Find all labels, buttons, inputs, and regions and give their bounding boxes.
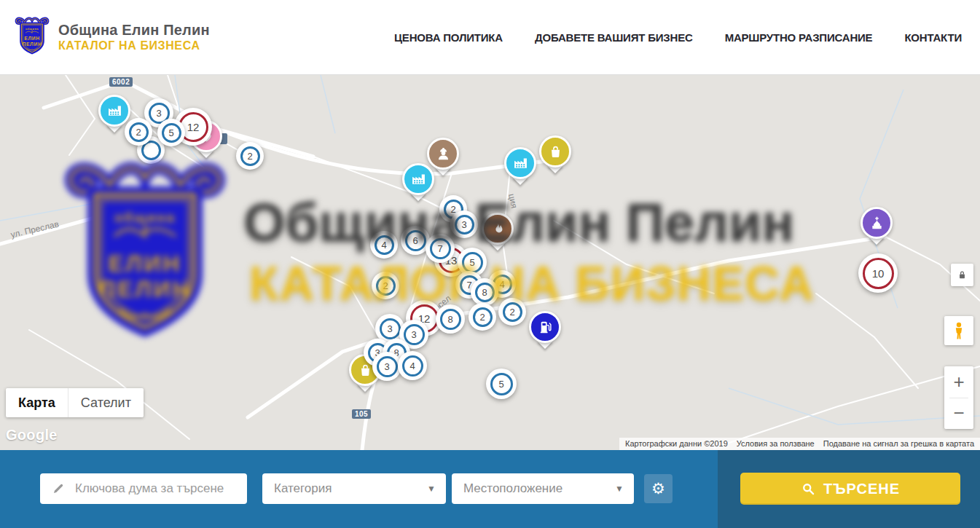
cluster-marker[interactable]: 2 [236, 142, 264, 170]
cluster-ring: 2 [473, 307, 493, 327]
location-select-label: Местоположение [463, 481, 562, 496]
header: Община Елин Пелин КАТАЛОГ НА БИЗНЕСА ЦЕН… [0, 0, 980, 75]
cluster-count: 6 [412, 235, 418, 246]
cluster-count: 5 [469, 257, 474, 268]
cluster-count: 7 [437, 243, 442, 254]
gear-icon: ⚙ [651, 480, 665, 497]
cluster-count: 4 [381, 240, 386, 251]
flame-pin[interactable] [482, 213, 514, 245]
cluster-count: 2 [247, 151, 252, 162]
search-icon [801, 481, 815, 496]
cluster-count: 3 [461, 219, 466, 230]
cluster-marker[interactable]: 3 [450, 210, 478, 238]
search-button-label: ТЪРСЕНЕ [823, 481, 900, 497]
cluster-count: 2 [509, 307, 514, 318]
cluster-count: 3 [387, 323, 392, 334]
cluster-ring: 4 [375, 235, 394, 255]
cluster-ring: 5 [490, 373, 513, 395]
google-logo[interactable]: Google [6, 427, 58, 444]
terms-of-use-link[interactable]: Условия за ползване [737, 439, 815, 448]
cluster-marker[interactable]: 8 [436, 304, 465, 334]
map-type-control: Карта Сателит [6, 388, 144, 417]
cluster-count: 4 [499, 279, 504, 290]
cluster-ring: 10 [863, 258, 894, 289]
cluster-marker[interactable]: 3 [372, 352, 401, 381]
cluster-count: 12 [187, 121, 200, 133]
cluster-marker[interactable]: 2 [372, 272, 399, 299]
cluster-ring: 6 [405, 230, 426, 251]
cluster-marker[interactable]: 5 [486, 369, 517, 399]
cluster-count: 5 [498, 379, 503, 390]
chevron-down-icon: ▼ [615, 484, 624, 494]
street-view-pegman-button[interactable] [944, 316, 973, 345]
factory-pin[interactable] [504, 147, 536, 179]
cluster-count: 8 [447, 314, 452, 325]
cluster-marker[interactable]: 4 [398, 351, 427, 380]
cluster-ring: 8 [475, 283, 495, 302]
category-select[interactable]: Категория ▼ [262, 473, 446, 504]
cluster-count: 5 [168, 127, 173, 138]
church-pin[interactable] [861, 207, 893, 239]
cluster-count: 2 [479, 312, 485, 323]
factory-icon [98, 95, 130, 127]
site-subtitle: КАТАЛОГ НА БИЗНЕСА [58, 39, 210, 53]
search-bar: Категория ▼ Местоположение ▼ ⚙ ТЪРСЕНЕ [0, 450, 980, 528]
cluster-ring: 2 [240, 146, 260, 166]
category-select-label: Категория [274, 481, 332, 496]
cluster-ring: 3 [404, 324, 425, 345]
site-logo[interactable]: Община Елин Пелин КАТАЛОГ НА БИЗНЕСА [15, 15, 210, 59]
map-canvas[interactable]: 32125223641375247821282333834510 Община … [0, 75, 980, 450]
map-type-satellite-button[interactable]: Сателит [68, 388, 144, 417]
cluster-marker[interactable]: 8 [471, 278, 498, 306]
fuel-pin[interactable] [529, 311, 561, 343]
cluster-ring: 4 [402, 355, 423, 377]
cluster-ring: 5 [162, 123, 181, 143]
site-title: Община Елин Пелин [58, 21, 210, 39]
zoom-in-button[interactable]: + [944, 366, 973, 398]
road-shield-label: 6002 [109, 77, 133, 87]
zoom-out-button[interactable]: − [944, 398, 973, 430]
nav-item-route-schedule[interactable]: МАРШРУТНО РАЗПИСАНИЕ [725, 31, 873, 44]
cluster-ring: 2 [129, 122, 149, 142]
cluster-count: 3 [411, 329, 416, 340]
factory-pin[interactable] [98, 95, 130, 127]
map-data-copyright: Картографски данни ©2019 [625, 439, 728, 448]
cluster-marker[interactable]: 2 [469, 303, 496, 331]
bag-icon [539, 135, 571, 168]
cluster-ring: 8 [440, 309, 461, 330]
advanced-settings-button[interactable]: ⚙ [644, 474, 673, 503]
cluster-marker[interactable]: 10 [858, 253, 898, 293]
lock-icon [957, 269, 968, 280]
cluster-marker[interactable]: 4 [370, 231, 398, 259]
main-nav: ЦЕНОВА ПОЛИТИКАДОБАВЕТЕ ВАШИЯТ БИЗНЕСМАР… [394, 0, 962, 75]
cluster-marker[interactable]: 7 [426, 234, 455, 263]
cluster-count: 2 [136, 127, 141, 138]
chevron-down-icon: ▼ [427, 484, 436, 494]
factory-pin[interactable] [402, 163, 434, 195]
bag-pin[interactable] [539, 135, 571, 168]
cluster-marker[interactable]: 2 [498, 298, 526, 326]
cluster-ring: 5 [462, 252, 483, 273]
nav-item-add-business[interactable]: ДОБАВЕТЕ ВАШИЯТ БИЗНЕС [535, 31, 693, 44]
report-map-error-link[interactable]: Подаване на сигнал за грешка в картата [823, 439, 974, 448]
cluster-count: 4 [409, 360, 415, 371]
search-button[interactable]: ТЪРСЕНЕ [740, 473, 960, 505]
cluster-count: 10 [872, 267, 885, 280]
pegman-icon [950, 321, 968, 340]
nav-item-pricing[interactable]: ЦЕНОВА ПОЛИТИКА [394, 31, 503, 44]
cluster-ring: 7 [430, 238, 451, 259]
location-select[interactable]: Местоположение ▼ [452, 473, 634, 504]
factory-icon [504, 147, 536, 179]
keyword-search-input[interactable] [74, 473, 247, 504]
cluster-ring: 2 [503, 302, 522, 322]
cluster-count: 3 [384, 361, 389, 372]
map-type-map-button[interactable]: Карта [6, 388, 68, 417]
cluster-marker[interactable]: 2 [125, 118, 152, 146]
zoom-control: + − [944, 366, 973, 429]
map-attribution: Картографски данни ©2019 Условия за полз… [619, 438, 980, 450]
nav-item-contacts[interactable]: КОНТАКТИ [904, 31, 962, 44]
cluster-marker[interactable]: 5 [157, 119, 185, 146]
lock-button[interactable] [951, 264, 973, 286]
cluster-count: 3 [156, 108, 161, 119]
cluster-count: 2 [383, 280, 388, 291]
